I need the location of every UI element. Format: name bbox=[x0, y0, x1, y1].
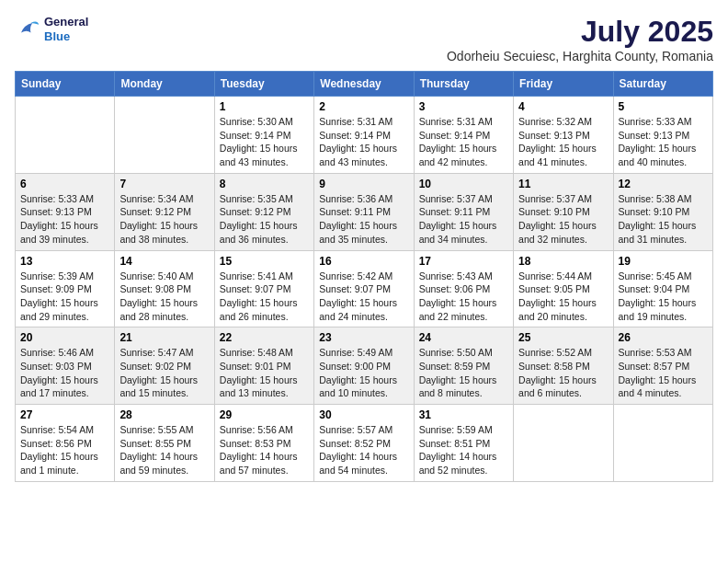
day-info: Sunrise: 5:41 AMSunset: 9:07 PMDaylight:… bbox=[220, 270, 309, 324]
calendar-cell: 7Sunrise: 5:34 AMSunset: 9:12 PMDaylight… bbox=[115, 173, 214, 250]
day-number: 28 bbox=[119, 408, 209, 421]
calendar-cell: 6Sunrise: 5:33 AMSunset: 9:13 PMDaylight… bbox=[16, 173, 115, 250]
calendar-title: July 2025 bbox=[447, 15, 713, 49]
day-info: Sunrise: 5:46 AMSunset: 9:03 PMDaylight:… bbox=[20, 346, 109, 400]
weekday-header-saturday: Saturday bbox=[613, 72, 712, 97]
day-number: 9 bbox=[319, 178, 408, 190]
day-number: 21 bbox=[119, 331, 209, 344]
weekday-header-friday: Friday bbox=[514, 72, 613, 97]
day-info: Sunrise: 5:40 AMSunset: 9:08 PMDaylight:… bbox=[119, 270, 209, 324]
calendar-week-row: 6Sunrise: 5:33 AMSunset: 9:13 PMDaylight… bbox=[16, 173, 713, 250]
day-number: 2 bbox=[319, 100, 408, 113]
day-number: 8 bbox=[220, 178, 309, 190]
calendar-cell: 9Sunrise: 5:36 AMSunset: 9:11 PMDaylight… bbox=[314, 173, 414, 250]
day-number: 24 bbox=[419, 331, 508, 344]
day-info: Sunrise: 5:49 AMSunset: 9:00 PMDaylight:… bbox=[319, 346, 408, 400]
calendar-cell: 14Sunrise: 5:40 AMSunset: 9:08 PMDayligh… bbox=[115, 250, 214, 327]
calendar-cell: 28Sunrise: 5:55 AMSunset: 8:55 PMDayligh… bbox=[115, 405, 214, 482]
calendar-cell: 10Sunrise: 5:37 AMSunset: 9:11 PMDayligh… bbox=[414, 173, 513, 250]
day-info: Sunrise: 5:37 AMSunset: 9:11 PMDaylight:… bbox=[419, 192, 508, 247]
day-info: Sunrise: 5:59 AMSunset: 8:51 PMDaylight:… bbox=[419, 423, 508, 477]
calendar-cell: 1Sunrise: 5:30 AMSunset: 9:14 PMDaylight… bbox=[214, 97, 313, 174]
calendar-cell bbox=[613, 405, 712, 482]
weekday-header-sunday: Sunday bbox=[16, 72, 115, 97]
day-info: Sunrise: 5:37 AMSunset: 9:10 PMDaylight:… bbox=[518, 192, 608, 247]
calendar-week-row: 1Sunrise: 5:30 AMSunset: 9:14 PMDaylight… bbox=[16, 97, 713, 174]
day-number: 14 bbox=[119, 255, 209, 268]
day-info: Sunrise: 5:38 AMSunset: 9:10 PMDaylight:… bbox=[619, 192, 708, 247]
day-info: Sunrise: 5:32 AMSunset: 9:13 PMDaylight:… bbox=[518, 115, 608, 169]
day-number: 22 bbox=[220, 331, 309, 344]
day-number: 3 bbox=[419, 100, 508, 113]
day-number: 19 bbox=[619, 255, 708, 268]
day-number: 20 bbox=[20, 331, 109, 344]
calendar-cell: 25Sunrise: 5:52 AMSunset: 8:58 PMDayligh… bbox=[514, 327, 613, 405]
day-number: 29 bbox=[220, 408, 309, 421]
calendar-cell: 13Sunrise: 5:39 AMSunset: 9:09 PMDayligh… bbox=[16, 250, 115, 327]
day-info: Sunrise: 5:33 AMSunset: 9:13 PMDaylight:… bbox=[20, 192, 109, 247]
calendar-week-row: 13Sunrise: 5:39 AMSunset: 9:09 PMDayligh… bbox=[16, 250, 713, 327]
calendar-cell: 16Sunrise: 5:42 AMSunset: 9:07 PMDayligh… bbox=[314, 250, 414, 327]
calendar-cell: 30Sunrise: 5:57 AMSunset: 8:52 PMDayligh… bbox=[314, 405, 414, 482]
calendar-cell: 17Sunrise: 5:43 AMSunset: 9:06 PMDayligh… bbox=[414, 250, 513, 327]
calendar-cell: 21Sunrise: 5:47 AMSunset: 9:02 PMDayligh… bbox=[115, 327, 214, 405]
weekday-header-row: SundayMondayTuesdayWednesdayThursdayFrid… bbox=[16, 72, 713, 97]
day-number: 30 bbox=[319, 408, 408, 421]
calendar-cell: 23Sunrise: 5:49 AMSunset: 9:00 PMDayligh… bbox=[314, 327, 414, 405]
day-info: Sunrise: 5:42 AMSunset: 9:07 PMDaylight:… bbox=[319, 270, 408, 324]
day-info: Sunrise: 5:50 AMSunset: 8:59 PMDaylight:… bbox=[419, 346, 508, 400]
calendar-cell: 18Sunrise: 5:44 AMSunset: 9:05 PMDayligh… bbox=[514, 250, 613, 327]
day-info: Sunrise: 5:30 AMSunset: 9:14 PMDaylight:… bbox=[220, 115, 309, 169]
logo-text: General Blue bbox=[44, 15, 88, 43]
day-info: Sunrise: 5:45 AMSunset: 9:04 PMDaylight:… bbox=[619, 270, 708, 324]
calendar-week-row: 27Sunrise: 5:54 AMSunset: 8:56 PMDayligh… bbox=[16, 405, 713, 482]
calendar-cell: 20Sunrise: 5:46 AMSunset: 9:03 PMDayligh… bbox=[16, 327, 115, 405]
calendar-cell: 29Sunrise: 5:56 AMSunset: 8:53 PMDayligh… bbox=[214, 405, 313, 482]
day-number: 23 bbox=[319, 331, 408, 344]
day-info: Sunrise: 5:54 AMSunset: 8:56 PMDaylight:… bbox=[20, 423, 109, 477]
page-header: General Blue July 2025 Odorheiu Secuiesc… bbox=[15, 15, 713, 63]
day-number: 31 bbox=[419, 408, 508, 421]
day-number: 18 bbox=[518, 255, 608, 268]
day-number: 1 bbox=[220, 100, 309, 113]
day-number: 15 bbox=[220, 255, 309, 268]
calendar-cell: 26Sunrise: 5:53 AMSunset: 8:57 PMDayligh… bbox=[613, 327, 712, 405]
day-number: 16 bbox=[319, 255, 408, 268]
calendar-cell: 27Sunrise: 5:54 AMSunset: 8:56 PMDayligh… bbox=[16, 405, 115, 482]
calendar-cell bbox=[16, 97, 115, 174]
day-info: Sunrise: 5:47 AMSunset: 9:02 PMDaylight:… bbox=[119, 346, 209, 400]
day-info: Sunrise: 5:56 AMSunset: 8:53 PMDaylight:… bbox=[220, 423, 309, 477]
calendar-table: SundayMondayTuesdayWednesdayThursdayFrid… bbox=[15, 71, 713, 482]
day-info: Sunrise: 5:34 AMSunset: 9:12 PMDaylight:… bbox=[119, 192, 209, 247]
calendar-cell: 12Sunrise: 5:38 AMSunset: 9:10 PMDayligh… bbox=[613, 173, 712, 250]
day-number: 25 bbox=[518, 331, 608, 344]
calendar-cell: 4Sunrise: 5:32 AMSunset: 9:13 PMDaylight… bbox=[514, 97, 613, 174]
day-number: 4 bbox=[518, 100, 608, 113]
calendar-cell bbox=[115, 97, 214, 174]
day-info: Sunrise: 5:48 AMSunset: 9:01 PMDaylight:… bbox=[220, 346, 309, 400]
weekday-header-thursday: Thursday bbox=[414, 72, 513, 97]
calendar-cell: 11Sunrise: 5:37 AMSunset: 9:10 PMDayligh… bbox=[514, 173, 613, 250]
weekday-header-wednesday: Wednesday bbox=[314, 72, 414, 97]
day-info: Sunrise: 5:31 AMSunset: 9:14 PMDaylight:… bbox=[419, 115, 508, 169]
calendar-cell bbox=[514, 405, 613, 482]
day-number: 27 bbox=[20, 408, 109, 421]
calendar-cell: 31Sunrise: 5:59 AMSunset: 8:51 PMDayligh… bbox=[414, 405, 513, 482]
day-number: 7 bbox=[119, 178, 209, 190]
day-info: Sunrise: 5:55 AMSunset: 8:55 PMDaylight:… bbox=[119, 423, 209, 477]
day-number: 5 bbox=[619, 100, 708, 113]
day-number: 12 bbox=[619, 178, 708, 190]
title-block: July 2025 Odorheiu Secuiesc, Harghita Co… bbox=[447, 15, 713, 63]
logo: General Blue bbox=[15, 15, 88, 43]
calendar-cell: 19Sunrise: 5:45 AMSunset: 9:04 PMDayligh… bbox=[613, 250, 712, 327]
day-info: Sunrise: 5:52 AMSunset: 8:58 PMDaylight:… bbox=[518, 346, 608, 400]
day-info: Sunrise: 5:33 AMSunset: 9:13 PMDaylight:… bbox=[619, 115, 708, 169]
day-info: Sunrise: 5:35 AMSunset: 9:12 PMDaylight:… bbox=[220, 192, 309, 247]
calendar-cell: 15Sunrise: 5:41 AMSunset: 9:07 PMDayligh… bbox=[214, 250, 313, 327]
weekday-header-monday: Monday bbox=[115, 72, 214, 97]
calendar-cell: 22Sunrise: 5:48 AMSunset: 9:01 PMDayligh… bbox=[214, 327, 313, 405]
day-number: 26 bbox=[619, 331, 708, 344]
day-info: Sunrise: 5:39 AMSunset: 9:09 PMDaylight:… bbox=[20, 270, 109, 324]
weekday-header-tuesday: Tuesday bbox=[214, 72, 313, 97]
calendar-cell: 24Sunrise: 5:50 AMSunset: 8:59 PMDayligh… bbox=[414, 327, 513, 405]
